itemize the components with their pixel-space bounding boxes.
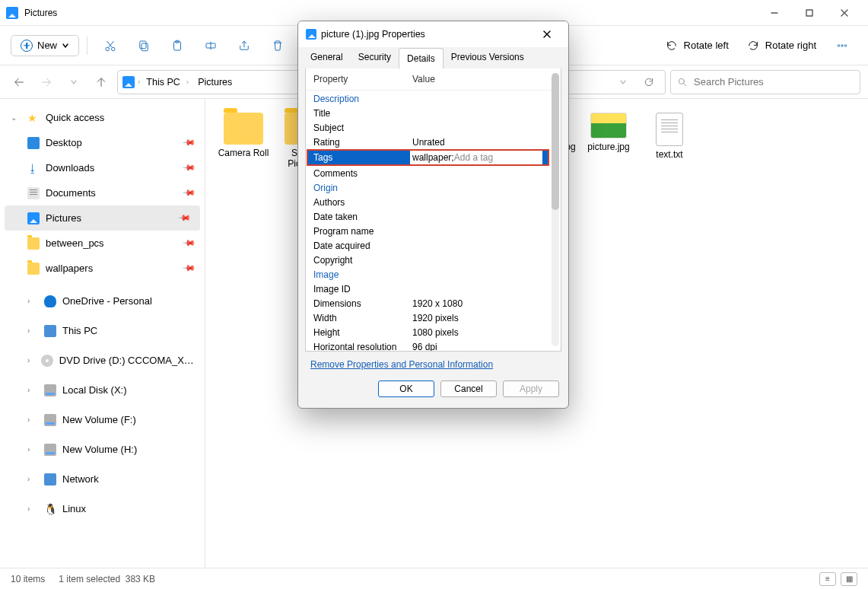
property-row-image: Image: [306, 267, 550, 282]
ok-button[interactable]: OK: [378, 380, 434, 397]
view-grid-button[interactable]: ▦: [841, 572, 857, 586]
sidebar-item-between_pcs[interactable]: between_pcs📌: [0, 231, 205, 256]
property-row-height[interactable]: Height1080 pixels: [306, 325, 550, 339]
chevron-down-icon: [62, 42, 69, 49]
svg-rect-9: [140, 41, 146, 49]
delete-button[interactable]: [262, 32, 293, 59]
up-button[interactable]: [90, 71, 113, 94]
rename-button[interactable]: [196, 32, 226, 59]
svg-point-5: [112, 47, 116, 51]
rotate-left-icon: [666, 40, 678, 52]
more-button[interactable]: [827, 32, 857, 59]
search-input[interactable]: [694, 76, 854, 88]
sidebar-item-new-volume-h-[interactable]: ›New Volume (H:): [0, 437, 205, 462]
property-row-program-name[interactable]: Program name: [306, 224, 550, 238]
property-header: Property Value: [306, 68, 561, 91]
sidebar-item-local-disk-x-[interactable]: ›Local Disk (X:): [0, 377, 205, 403]
sidebar-item-network[interactable]: ›Network: [0, 466, 205, 492]
new-button-label: New: [37, 40, 57, 51]
paste-button[interactable]: [162, 32, 192, 59]
status-selection: 1 item selected 383 KB: [59, 574, 155, 584]
file-item[interactable]: text.txt: [639, 113, 700, 169]
status-item-count: 10 items: [11, 574, 45, 584]
status-bar: 10 items 1 item selected 383 KB ≡ ▦: [0, 568, 868, 589]
dialog-titlebar[interactable]: picture (1).jpg Properties: [298, 21, 568, 47]
forward-button[interactable]: [35, 71, 58, 94]
sidebar-item-this-pc[interactable]: ›This PC: [0, 318, 205, 343]
back-button[interactable]: [8, 71, 30, 94]
refresh-button[interactable]: [637, 71, 660, 94]
text-file-icon: [656, 113, 683, 146]
sidebar-item-onedrive-personal[interactable]: ›OneDrive - Personal: [0, 288, 205, 314]
property-row-rating[interactable]: RatingUnrated: [306, 135, 550, 149]
tab-previous-versions[interactable]: Previous Versions: [444, 47, 532, 68]
tab-general[interactable]: General: [303, 47, 351, 68]
dialog-tabs: GeneralSecurityDetailsPrevious Versions: [298, 47, 568, 68]
address-dropdown[interactable]: [612, 71, 634, 94]
property-row-dimensions[interactable]: Dimensions1920 x 1080: [306, 296, 550, 310]
sidebar-item-new-volume-f-[interactable]: ›New Volume (F:): [0, 407, 205, 432]
svg-point-15: [838, 44, 839, 46]
tags-input[interactable]: wallpaper; Add a tag: [410, 151, 542, 164]
rotate-right-label: Rotate right: [765, 40, 816, 51]
cut-button[interactable]: [95, 32, 126, 59]
search-box[interactable]: [670, 70, 860, 94]
crumb-current[interactable]: Pictures: [195, 75, 235, 89]
dialog-close-button[interactable]: [533, 24, 561, 45]
svg-point-17: [844, 44, 846, 46]
tab-details[interactable]: Details: [399, 48, 444, 69]
property-row-copyright[interactable]: Copyright: [306, 253, 550, 267]
navigation-pane: ⌄★Quick accessDesktop📌⭳Downloads📌Documen…: [0, 99, 205, 568]
property-row-horizontal-resolution[interactable]: Horizontal resolution96 dpi: [306, 339, 550, 351]
close-button[interactable]: [827, 1, 862, 25]
app-icon: [6, 7, 18, 19]
file-item[interactable]: Camera Roll: [213, 113, 274, 169]
share-button[interactable]: [229, 32, 259, 59]
copy-button[interactable]: [129, 32, 159, 59]
file-name: picture.jpg: [587, 142, 629, 152]
svg-point-4: [106, 47, 110, 51]
new-button[interactable]: New: [11, 35, 79, 56]
property-row-authors[interactable]: Authors: [306, 195, 550, 209]
sidebar-item-documents[interactable]: Documents📌: [0, 180, 205, 205]
svg-point-16: [841, 44, 843, 46]
sidebar-item-linux[interactable]: ›🐧Linux: [0, 496, 205, 521]
property-row-tags[interactable]: Tagswallpaper; Add a tag: [307, 149, 549, 166]
property-row-title[interactable]: Title: [306, 106, 550, 120]
sidebar-item-desktop[interactable]: Desktop📌: [0, 130, 205, 155]
quick-access-header[interactable]: ⌄★Quick access: [0, 105, 205, 130]
property-row-width[interactable]: Width1920 pixels: [306, 310, 550, 325]
file-name: Camera Roll: [218, 148, 269, 158]
property-row-origin: Origin: [306, 180, 550, 195]
rotate-left-button[interactable]: Rotate left: [658, 36, 736, 56]
svg-rect-1: [806, 10, 812, 16]
sidebar-item-pictures[interactable]: Pictures📌: [5, 205, 200, 231]
property-row-date-acquired[interactable]: Date acquired: [306, 238, 550, 253]
sidebar-item-dvd-drive-d-cccoma_x64fre_en-us[interactable]: ›DVD Drive (D:) CCCOMA_X64FRE_EN-US: [0, 348, 205, 373]
property-row-date-taken[interactable]: Date taken: [306, 209, 550, 224]
cancel-button[interactable]: Cancel: [440, 380, 497, 397]
minimize-button[interactable]: [757, 1, 792, 25]
sidebar-item-wallpapers[interactable]: wallpapers📌: [0, 256, 205, 281]
scrollbar-thumb[interactable]: [552, 73, 559, 210]
file-icon: [306, 29, 316, 40]
maximize-button[interactable]: [792, 1, 827, 25]
dialog-title: picture (1).jpg Properties: [321, 29, 425, 40]
property-row-description: Description: [306, 91, 550, 106]
apply-button[interactable]: Apply: [503, 380, 559, 397]
rotate-right-button[interactable]: Rotate right: [739, 36, 824, 56]
tab-security[interactable]: Security: [351, 47, 399, 68]
remove-properties-link[interactable]: Remove Properties and Personal Informati…: [298, 352, 568, 374]
svg-rect-8: [141, 43, 148, 51]
property-row-image-id[interactable]: Image ID: [306, 282, 550, 296]
file-item[interactable]: picture.jpg: [578, 113, 639, 169]
details-panel: Property Value DescriptionTitleSubjectRa…: [305, 68, 561, 352]
folder-icon: [224, 113, 263, 145]
crumb-root[interactable]: This PC›: [143, 75, 192, 89]
property-row-comments[interactable]: Comments: [306, 166, 550, 180]
property-row-subject[interactable]: Subject: [306, 120, 550, 135]
sidebar-item-downloads[interactable]: ⭳Downloads📌: [0, 155, 205, 180]
view-details-button[interactable]: ≡: [819, 572, 836, 586]
recent-dropdown[interactable]: [62, 71, 85, 94]
window-title: Pictures: [24, 8, 57, 18]
